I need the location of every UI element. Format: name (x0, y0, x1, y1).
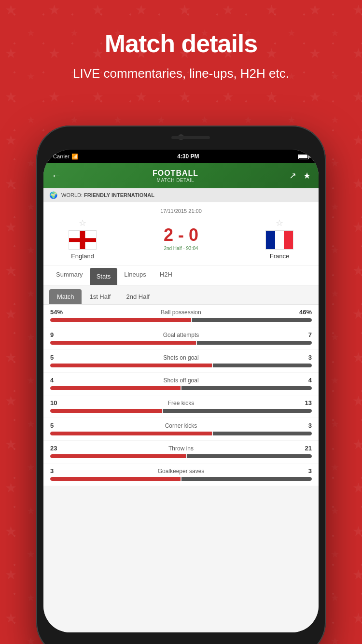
stat-label: Shots on goal (65, 354, 297, 361)
stat-bar (50, 454, 312, 458)
competition-banner: 🌍 WORLD: FRIENDLY INTERNATIONAL (43, 188, 319, 202)
stat-label: Free kicks (65, 400, 297, 406)
stat-bar (50, 386, 312, 390)
match-score-row: ☆ England 2 - 0 2nd Half - 93:04 ☆ Franc (51, 218, 311, 260)
stat-bar-right (192, 318, 312, 322)
away-team-name: France (270, 252, 289, 260)
stat-left-value: 23 (50, 445, 65, 452)
header-sub-title: MATCH DETAIL (153, 178, 198, 183)
tabs-bar: Summary Stats Lineups H2H (43, 266, 319, 285)
app-header: ← FOOTBALL MATCH DETAIL ↗ ★ (43, 163, 319, 188)
flag-white (275, 231, 284, 249)
flag-red (284, 231, 293, 249)
stats-content: 54% Ball possession 46% 9 Goal attempts … (43, 305, 319, 632)
home-team-name: England (71, 252, 94, 260)
status-time: 4:30 PM (177, 153, 199, 160)
stat-left-value: 5 (50, 354, 65, 361)
sub-tab-match[interactable]: Match (49, 289, 82, 304)
stat-right-value: 7 (297, 331, 312, 338)
favorite-icon[interactable]: ★ (303, 170, 311, 181)
header-main-title: FOOTBALL (153, 169, 198, 178)
match-score-area: 17/11/2015 21:00 ☆ England 2 - 0 2nd Hal… (43, 202, 319, 266)
sub-tab-2nd-half[interactable]: 2nd Half (118, 289, 157, 304)
stat-bar-left (50, 364, 212, 367)
stat-bar (50, 341, 312, 345)
stat-label: Ball possession (65, 309, 297, 316)
stat-right-value: 3 (297, 354, 312, 361)
stat-label: Goalkeeper saves (65, 468, 297, 475)
stat-row: 54% Ball possession 46% (43, 305, 319, 327)
stat-row: 10 Free kicks 13 (43, 395, 319, 418)
tab-summary[interactable]: Summary (49, 266, 90, 285)
stat-right-value: 21 (297, 445, 312, 452)
tab-stats[interactable]: Stats (90, 268, 118, 285)
phone-screen: Carrier 📶 4:30 PM ← FOOTBALL MATCH DETAI… (43, 150, 319, 632)
stat-bar-right (181, 477, 312, 481)
stat-label: Corner kicks (65, 422, 297, 429)
stat-bar-right (187, 454, 312, 458)
france-flag (265, 230, 293, 250)
england-flag (69, 230, 97, 250)
stat-bar-right (163, 409, 312, 413)
stat-right-value: 4 (297, 377, 312, 384)
stat-row: 4 Shots off goal 4 (43, 373, 319, 395)
page-header: Match details LIVE commentaries, line-up… (0, 0, 362, 97)
match-score: 2 - 0 (164, 226, 198, 244)
carrier-area: Carrier 📶 (53, 154, 78, 160)
back-button[interactable]: ← (51, 169, 62, 182)
phone-frame: Carrier 📶 4:30 PM ← FOOTBALL MATCH DETAI… (36, 126, 326, 644)
stat-bar (50, 364, 312, 367)
sub-tabs-bar: Match 1st Half 2nd Half (43, 285, 319, 305)
stat-bar (50, 318, 312, 322)
stat-bar-left (50, 477, 181, 481)
stat-bar (50, 409, 312, 413)
stat-label: Goal attempts (65, 332, 297, 338)
stat-left-value: 10 (50, 399, 65, 406)
carrier-label: Carrier (53, 154, 70, 159)
battery-fill (299, 155, 307, 158)
stat-bar-left (50, 386, 181, 390)
competition-text: WORLD: FRIENDLY INTERNATIONAL (61, 192, 154, 198)
stat-bar-left (50, 318, 191, 322)
stat-bar-right (213, 364, 312, 367)
stat-label: Throw ins (65, 445, 297, 452)
share-icon[interactable]: ↗ (289, 170, 296, 181)
stat-label: Shots off goal (65, 377, 297, 384)
stat-left-value: 5 (50, 422, 65, 429)
competition-flag: 🌍 (49, 191, 57, 199)
status-bar: Carrier 📶 4:30 PM (43, 150, 319, 163)
stat-right-value: 46% (297, 308, 312, 316)
away-star-icon[interactable]: ☆ (276, 218, 283, 228)
stat-bar-right (197, 341, 312, 345)
stat-row: 9 Goal attempts 7 (43, 327, 319, 350)
stat-bar (50, 477, 312, 481)
header-title-block: FOOTBALL MATCH DETAIL (153, 169, 198, 183)
stat-right-value: 3 (297, 422, 312, 429)
score-center: 2 - 0 2nd Half - 93:04 (114, 226, 248, 251)
stat-left-value: 9 (50, 331, 65, 338)
page-title: Match details (19, 29, 343, 58)
team-away-side: ☆ France (248, 218, 311, 260)
tab-lineups[interactable]: Lineups (117, 266, 153, 285)
flag-blue (266, 231, 275, 249)
sub-tab-1st-half[interactable]: 1st Half (82, 289, 118, 304)
stat-row: 23 Throw ins 21 (43, 441, 319, 463)
stat-right-value: 13 (297, 399, 312, 406)
stat-left-value: 3 (50, 467, 65, 475)
stat-bar (50, 432, 312, 435)
page-subtitle: LIVE commentaries, line-ups, H2H etc. (19, 66, 343, 82)
stat-bar-right (181, 386, 312, 390)
header-actions: ↗ ★ (289, 170, 311, 181)
team-home-side: ☆ England (51, 218, 114, 260)
match-date: 17/11/2015 21:00 (51, 208, 311, 214)
stat-left-value: 4 (50, 377, 65, 384)
stat-bar-right (213, 432, 312, 435)
tab-h2h[interactable]: H2H (153, 266, 179, 285)
stat-left-value: 54% (50, 308, 65, 316)
match-status: 2nd Half - 93:04 (164, 246, 198, 251)
stat-bar-left (50, 409, 162, 413)
wifi-icon: 📶 (71, 154, 78, 160)
home-star-icon[interactable]: ☆ (79, 218, 86, 228)
stat-right-value: 3 (297, 467, 312, 475)
stat-bar-left (50, 341, 196, 345)
